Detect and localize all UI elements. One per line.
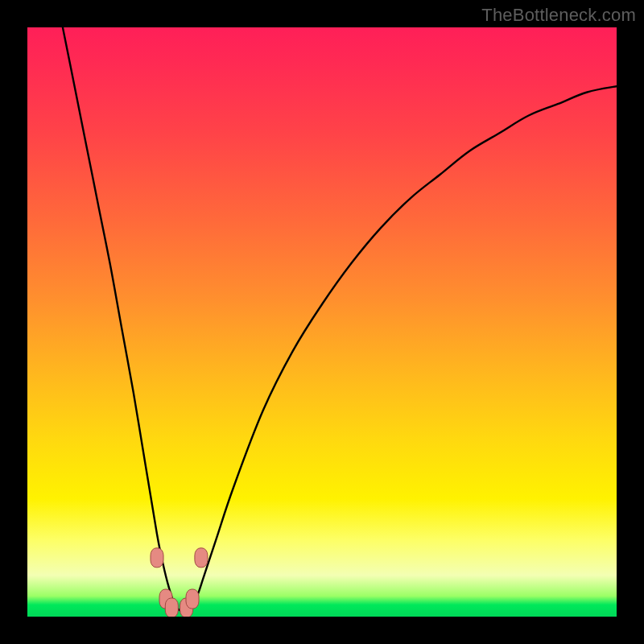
chart-frame: TheBottleneck.com [0, 0, 644, 644]
curve-marker [195, 548, 208, 568]
curve-markers [151, 548, 208, 617]
curve-marker [151, 548, 163, 568]
watermark-text: TheBottleneck.com [481, 5, 636, 26]
curve-marker [186, 589, 199, 609]
curve-marker [165, 598, 178, 617]
plot-area [27, 27, 617, 617]
bottleneck-curve [63, 27, 617, 612]
curve-layer [27, 27, 617, 617]
